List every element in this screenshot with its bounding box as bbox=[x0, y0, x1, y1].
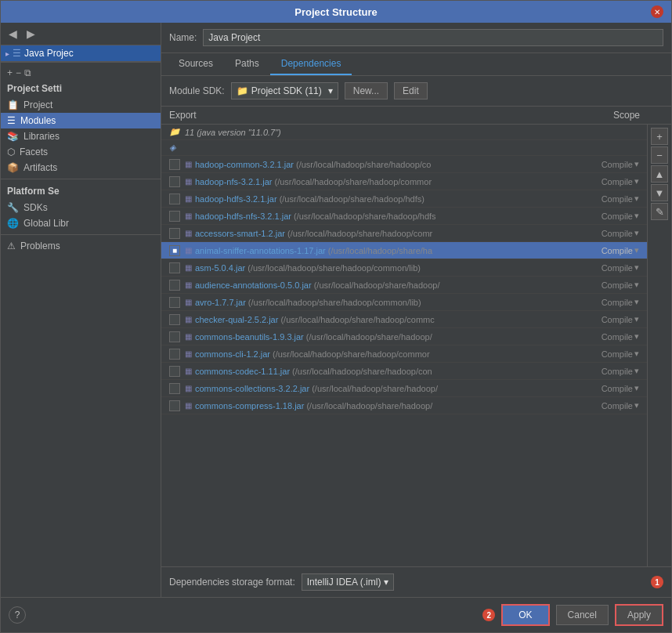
dep-edit-button[interactable]: ✎ bbox=[651, 203, 668, 220]
jar-icon: ▦ bbox=[185, 332, 192, 341]
scope-dropdown[interactable]: ▾ bbox=[634, 383, 639, 393]
dep-row[interactable]: ▦hadoop-hdfs-nfs-3.2.1.jar (/usr/local/h… bbox=[161, 208, 647, 225]
scope-value: Compile bbox=[602, 194, 633, 204]
scope-value: Compile bbox=[602, 332, 633, 342]
dep-row[interactable]: ▦hadoop-common-3.2.1.jar (/usr/local/had… bbox=[161, 156, 647, 173]
sidebar-item-artifacts[interactable]: 📦 Artifacts bbox=[1, 160, 161, 175]
dep-checkbox[interactable] bbox=[169, 331, 180, 342]
module-tree-item[interactable]: ▸ ☰ Java Projec bbox=[1, 45, 161, 62]
scope-dropdown[interactable]: ▾ bbox=[634, 331, 639, 342]
scope-dropdown[interactable]: ▾ bbox=[634, 366, 639, 376]
dep-checkbox[interactable] bbox=[169, 366, 180, 377]
sidebar-item-global-libs[interactable]: 🌐 Global Libr bbox=[1, 215, 161, 231]
scope-dropdown[interactable]: ▾ bbox=[634, 194, 639, 204]
new-button[interactable]: New... bbox=[345, 82, 388, 99]
scope-value: Compile bbox=[602, 160, 633, 169]
scope-dropdown[interactable]: ▾ bbox=[634, 280, 639, 290]
artifacts-icon: 📦 bbox=[7, 162, 19, 173]
dep-checkbox[interactable] bbox=[169, 349, 180, 360]
sidebar-item-facets[interactable]: ⬡ Facets bbox=[1, 144, 161, 160]
edit-button[interactable]: Edit bbox=[394, 82, 428, 99]
storage-label: Dependencies storage format: bbox=[169, 577, 295, 588]
dep-row[interactable]: ▦hadoop-hdfs-3.2.1.jar (/usr/local/hadoo… bbox=[161, 190, 647, 208]
problems-label: Problems bbox=[20, 241, 60, 251]
dep-checkbox[interactable] bbox=[169, 280, 180, 291]
sidebar-item-project[interactable]: 📋 Project bbox=[1, 97, 161, 113]
storage-select[interactable]: IntelliJ IDEA (.iml) ▾ bbox=[302, 573, 395, 591]
footer: ? 2 OK Cancel Apply bbox=[1, 597, 671, 632]
scope-dropdown[interactable]: ▾ bbox=[634, 400, 639, 411]
dep-row[interactable]: ▦commons-compress-1.18.jar (/usr/local/h… bbox=[161, 397, 647, 414]
dep-row[interactable]: ▦asm-5.0.4.jar (/usr/local/hadoop/share/… bbox=[161, 259, 647, 277]
facets-label: Facets bbox=[20, 146, 48, 157]
jar-icon: ▦ bbox=[185, 194, 192, 203]
name-input[interactable] bbox=[203, 29, 663, 46]
dep-remove-button[interactable]: − bbox=[651, 146, 668, 164]
scope-dropdown[interactable]: ▾ bbox=[634, 349, 639, 359]
sidebar-item-modules[interactable]: ☰ Modules bbox=[1, 113, 161, 128]
scope-dropdown[interactable]: ▾ bbox=[634, 262, 639, 273]
back-button[interactable]: ◀ bbox=[5, 26, 20, 42]
dep-row[interactable]: ▦commons-cli-1.2.jar (/usr/local/hadoop/… bbox=[161, 345, 647, 363]
dep-row[interactable]: ▦avro-1.7.7.jar (/usr/local/hadoop/share… bbox=[161, 294, 647, 311]
dep-add-button[interactable]: + bbox=[651, 128, 668, 145]
ok-button[interactable]: OK bbox=[501, 604, 549, 626]
jar-name: accessors-smart-1.2.jar bbox=[195, 229, 285, 238]
dep-checkbox[interactable] bbox=[169, 211, 180, 222]
modules-label: Modules bbox=[20, 115, 56, 126]
dep-special-row[interactable]: 📁11 (java version "11.0.7") bbox=[161, 125, 647, 140]
name-bar: Name: bbox=[161, 23, 671, 53]
tab-dependencies[interactable]: Dependencies bbox=[270, 53, 352, 75]
dep-scope: Compile▾ bbox=[602, 349, 639, 359]
dep-row[interactable]: ▦hadoop-nfs-3.2.1.jar (/usr/local/hadoop… bbox=[161, 173, 647, 190]
dep-row[interactable]: ▦audience-annotations-0.5.0.jar (/usr/lo… bbox=[161, 277, 647, 294]
scope-dropdown[interactable]: ▾ bbox=[634, 211, 639, 221]
forward-button[interactable]: ▶ bbox=[23, 26, 38, 42]
dep-checkbox[interactable] bbox=[169, 176, 180, 187]
dep-checkbox[interactable] bbox=[169, 314, 180, 325]
dep-name: audience-annotations-0.5.0.jar (/usr/loc… bbox=[195, 280, 602, 290]
jar-path: (/usr/local/hadoop/share/hadoop/con bbox=[290, 367, 432, 376]
dep-checkbox[interactable] bbox=[169, 383, 180, 394]
dep-down-button[interactable]: ▼ bbox=[651, 184, 668, 201]
scope-value: Compile bbox=[602, 212, 633, 221]
jar-path: (/usr/local/hadoop/share/hadoop/ bbox=[304, 332, 432, 342]
close-button[interactable]: ✕ bbox=[651, 5, 663, 18]
dep-row[interactable]: ▦commons-collections-3.2.2.jar (/usr/loc… bbox=[161, 380, 647, 397]
cancel-button[interactable]: Cancel bbox=[556, 605, 609, 625]
help-button[interactable]: ? bbox=[9, 606, 26, 624]
scope-dropdown[interactable]: ▾ bbox=[634, 176, 639, 186]
dep-row[interactable]: ▦checker-qual-2.5.2.jar (/usr/local/hado… bbox=[161, 311, 647, 328]
add-icon: + bbox=[7, 67, 13, 78]
dep-checkbox[interactable] bbox=[169, 194, 180, 204]
dep-checkbox[interactable] bbox=[169, 297, 180, 308]
sdk-label: Module SDK: bbox=[169, 85, 225, 96]
sidebar-item-libraries[interactable]: 📚 Libraries bbox=[1, 128, 161, 144]
scope-dropdown[interactable]: ▾ bbox=[634, 297, 639, 307]
scope-dropdown[interactable]: ▾ bbox=[634, 228, 639, 238]
dep-checkbox[interactable]: ■ bbox=[169, 245, 180, 256]
dep-checkbox[interactable] bbox=[169, 159, 180, 170]
dep-up-button[interactable]: ▲ bbox=[651, 165, 668, 183]
export-header: Export bbox=[169, 110, 613, 121]
scope-dropdown[interactable]: ▾ bbox=[634, 314, 639, 324]
sidebar-item-sdks[interactable]: 🔧 SDKs bbox=[1, 200, 161, 215]
dep-checkbox[interactable] bbox=[169, 400, 180, 411]
dep-row[interactable]: ▦accessors-smart-1.2.jar (/usr/local/had… bbox=[161, 225, 647, 242]
sidebar-item-problems[interactable]: ⚠ Problems bbox=[1, 238, 161, 254]
dep-name: commons-cli-1.2.jar (/usr/local/hadoop/s… bbox=[195, 349, 602, 359]
dep-row[interactable]: ■▦animal-sniffer-annotations-1.17.jar (/… bbox=[161, 242, 647, 259]
dep-checkbox[interactable] bbox=[169, 262, 180, 273]
scope-dropdown[interactable]: ▾ bbox=[634, 159, 639, 169]
apply-button[interactable]: Apply bbox=[615, 604, 663, 626]
tab-paths[interactable]: Paths bbox=[224, 53, 270, 75]
jar-name: hadoop-hdfs-3.2.1.jar bbox=[195, 194, 277, 204]
scope-dropdown[interactable]: ▾ bbox=[634, 245, 639, 255]
dep-row[interactable]: ▦commons-beanutils-1.9.3.jar (/usr/local… bbox=[161, 328, 647, 345]
dep-checkbox[interactable] bbox=[169, 228, 180, 239]
sdk-select[interactable]: 📁 Project SDK (11) ▾ bbox=[231, 82, 338, 99]
dep-special-row[interactable]: ◈ bbox=[161, 140, 647, 156]
tab-sources[interactable]: Sources bbox=[168, 53, 224, 75]
sdk-row: Module SDK: 📁 Project SDK (11) ▾ New... … bbox=[161, 76, 671, 107]
dep-row[interactable]: ▦commons-codec-1.11.jar (/usr/local/hado… bbox=[161, 363, 647, 380]
